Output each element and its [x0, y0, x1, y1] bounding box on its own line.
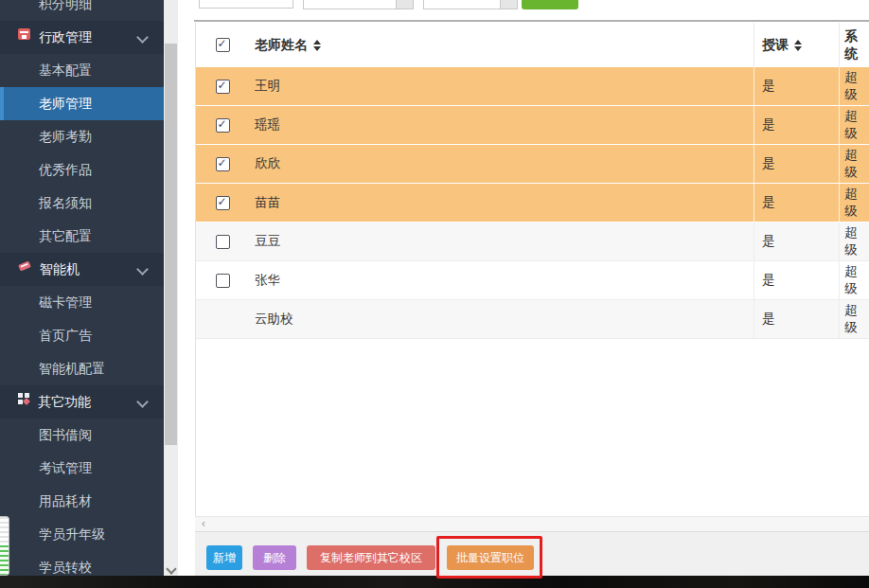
- sidebar-item-supplies[interactable]: 用品耗材: [0, 485, 164, 518]
- sidebar-item-label: 积分明细: [39, 0, 92, 11]
- position-select-value: 职位: [310, 0, 335, 2]
- sidebar: 积分明细 行政管理 基本配置 老师管理 老师考勤 优秀作品 报名须知 其它配置 …: [0, 0, 164, 588]
- grid-icon: [17, 384, 30, 418]
- cell-teaching: 是: [754, 67, 839, 105]
- sidebar-item-label: 磁卡管理: [39, 294, 92, 310]
- sidebar-item-label: 学员升年级: [39, 526, 105, 542]
- row-checkbox[interactable]: [216, 118, 230, 133]
- position-select[interactable]: 职位: [303, 0, 414, 9]
- row-checkbox[interactable]: [216, 235, 230, 249]
- cell-name: 云助校: [249, 300, 754, 338]
- sidebar-item-label: 优秀作品: [39, 162, 92, 177]
- header-system[interactable]: 系统: [839, 23, 869, 67]
- cell-teaching: 是: [754, 261, 839, 299]
- edge-panel-handle[interactable]: [0, 516, 9, 576]
- teacher-name-input[interactable]: [199, 0, 293, 9]
- row-checkbox[interactable]: [216, 196, 230, 210]
- cell-system: 超级: [839, 223, 869, 260]
- sidebar-item-teacher-attendance[interactable]: 老师考勤: [0, 120, 164, 153]
- cell-teaching: 是: [754, 145, 839, 183]
- sidebar-item-student-grade-up[interactable]: 学员升年级: [0, 518, 164, 551]
- select-dropdown-icon[interactable]: [396, 0, 413, 9]
- table-row[interactable]: 瑶瑶 是 超级: [196, 106, 869, 145]
- sidebar-scrollbar-thumb[interactable]: [165, 44, 177, 445]
- sort-icon[interactable]: [313, 40, 322, 51]
- sort-icon[interactable]: [794, 40, 803, 51]
- chevron-down-icon: [136, 396, 149, 408]
- row-checkbox[interactable]: [216, 157, 230, 171]
- sidebar-item-magnetic-card[interactable]: 磁卡管理: [0, 286, 164, 319]
- add-button[interactable]: 新增: [206, 545, 242, 570]
- top-divider: [194, 20, 869, 22]
- table-header-row: 老师姓名 授课 系统: [196, 23, 869, 67]
- sidebar-item-label: 老师管理: [39, 96, 92, 111]
- status-select-value: 在职: [431, 0, 455, 2]
- handle-green-stripes: [0, 545, 9, 576]
- delete-button[interactable]: 删除: [253, 545, 296, 570]
- row-checkbox[interactable]: [216, 80, 230, 94]
- sidebar-item-other-config[interactable]: 其它配置: [0, 220, 164, 253]
- table-row[interactable]: 豆豆 是 超级: [196, 223, 869, 261]
- sidebar-section-other-functions[interactable]: 其它功能: [0, 385, 164, 419]
- cell-teaching: 是: [754, 106, 839, 144]
- sidebar-item-basic-config[interactable]: 基本配置: [0, 54, 164, 87]
- teacher-table-panel: 老师姓名 授课 系统 王明 是 超级 瑶瑶 是 超级 欣欣 是 超级 苗苗 是 …: [195, 23, 869, 516]
- chevron-down-icon: [136, 31, 149, 44]
- sidebar-item-label: 首页广告: [39, 328, 92, 343]
- header-label: 授课: [762, 37, 789, 54]
- select-dropdown-icon[interactable]: [500, 0, 517, 9]
- scroll-left-arrow-icon[interactable]: ‹: [197, 517, 210, 530]
- sidebar-item-label: 基本配置: [39, 62, 92, 78]
- cell-teaching: 是: [754, 300, 839, 338]
- cell-system: 超级: [839, 106, 869, 144]
- header-teaching[interactable]: 授课: [754, 23, 839, 67]
- sidebar-item-label: 智能机配置: [39, 361, 105, 376]
- horizontal-scrollbar[interactable]: ‹: [195, 516, 869, 531]
- sidebar-item-label: 用品耗材: [39, 493, 92, 508]
- table-row[interactable]: 云助校 是 超级: [196, 300, 869, 339]
- card-icon: [17, 252, 32, 285]
- sidebar-section-label: 其它功能: [38, 394, 91, 409]
- status-select[interactable]: 在职: [423, 0, 518, 9]
- sidebar-section-smart-machine[interactable]: 智能机: [0, 253, 164, 286]
- scroll-down-arrow-icon[interactable]: [166, 563, 176, 574]
- cell-name: 豆豆: [249, 223, 754, 260]
- sidebar-scrollbar-track[interactable]: [164, 0, 178, 576]
- cell-name: 欣欣: [249, 145, 754, 183]
- sidebar-item-homepage-ads[interactable]: 首页广告: [0, 319, 164, 352]
- sidebar-section-label: 智能机: [40, 261, 80, 276]
- sidebar-item-teacher-management[interactable]: 老师管理: [0, 87, 164, 120]
- sidebar-item-book-borrowing[interactable]: 图书借阅: [0, 419, 164, 452]
- select-all-checkbox[interactable]: [216, 38, 230, 52]
- sidebar-item-exam-management[interactable]: 考试管理: [0, 452, 164, 485]
- sidebar-item-label: 图书借阅: [39, 427, 92, 442]
- sidebar-item-label: 报名须知: [39, 195, 92, 210]
- table-row[interactable]: 苗苗 是 超级: [196, 184, 869, 223]
- header-label: 老师姓名: [255, 37, 308, 54]
- bottom-dark-strip: [0, 576, 869, 588]
- header-teacher-name[interactable]: 老师姓名: [249, 23, 754, 67]
- batch-set-position-button[interactable]: 批量设置职位: [447, 545, 534, 570]
- cell-name: 王明: [249, 67, 754, 105]
- table-row[interactable]: 王明 是 超级: [196, 67, 869, 106]
- cell-system: 超级: [839, 67, 869, 105]
- sidebar-item-registration-notice[interactable]: 报名须知: [0, 187, 164, 220]
- copy-teachers-button[interactable]: 复制老师到其它校区: [307, 545, 435, 570]
- cell-teaching: 是: [754, 223, 839, 260]
- sidebar-section-admin[interactable]: 行政管理: [0, 21, 164, 54]
- table-row[interactable]: 欣欣 是 超级: [196, 145, 869, 184]
- sidebar-menu: 积分明细 行政管理 基本配置 老师管理 老师考勤 优秀作品 报名须知 其它配置 …: [0, 0, 164, 584]
- cell-system: 超级: [839, 145, 869, 183]
- sidebar-section-label: 行政管理: [39, 29, 92, 45]
- sidebar-item-points-detail[interactable]: 积分明细: [0, 0, 164, 21]
- app-screen: 积分明细 行政管理 基本配置 老师管理 老师考勤 优秀作品 报名须知 其它配置 …: [0, 0, 869, 588]
- row-checkbox[interactable]: [216, 274, 230, 288]
- cell-system: 超级: [839, 300, 869, 338]
- handle-gray-stripes: [0, 517, 9, 545]
- sidebar-item-smart-machine-config[interactable]: 智能机配置: [0, 352, 164, 385]
- search-button[interactable]: 搜索: [522, 0, 578, 9]
- sidebar-item-label: 考试管理: [39, 460, 92, 475]
- table-row[interactable]: 张华 是 超级: [196, 261, 869, 300]
- sidebar-item-excellent-works[interactable]: 优秀作品: [0, 153, 164, 187]
- cell-teaching: 是: [754, 184, 839, 222]
